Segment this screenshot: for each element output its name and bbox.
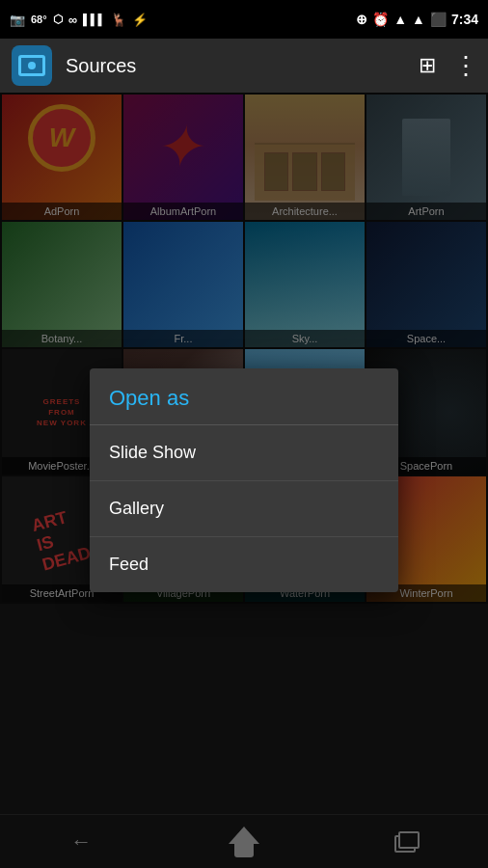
infinity-icon: ∞ [68, 13, 77, 27]
temp-icon: 68° [31, 14, 47, 25]
bluetooth-icon: ⊕ [356, 12, 367, 27]
camera-icon: 📷 [10, 13, 25, 27]
app-title: Sources [66, 55, 405, 77]
battery-icon: ⬛ [430, 12, 447, 27]
wifi-icon: ▲ [393, 12, 407, 27]
slideshow-option[interactable]: Slide Show [90, 425, 398, 481]
app-icon [12, 45, 52, 86]
status-bar: 📷 68° ⬡ ∞ ▌▌▌ 🦌 ⚡ ⊕ ⏰ ▲ ▲ ⬛ 7:34 [0, 0, 488, 39]
overflow-menu-button[interactable]: ⋮ [453, 51, 476, 81]
feed-option[interactable]: Feed [90, 537, 398, 592]
lightning-icon: ⚡ [132, 13, 148, 27]
cast-icon: ⬡ [53, 13, 63, 26]
app-bar-actions: ⊞ ⋮ [419, 51, 476, 81]
alarm-icon: ⏰ [372, 12, 389, 27]
deer-icon: 🦌 [111, 13, 126, 27]
status-icons-right: ⊕ ⏰ ▲ ▲ ⬛ 7:34 [356, 12, 478, 27]
camera-viewfinder-icon [18, 55, 45, 76]
barcode-icon: ▌▌▌ [83, 14, 105, 25]
time-display: 7:34 [451, 12, 478, 27]
gallery-option[interactable]: Gallery [90, 481, 398, 537]
dialog-title: Open as [90, 368, 398, 425]
modal-overlay[interactable]: Open as Slide Show Gallery Feed [0, 93, 488, 868]
app-bar: Sources ⊞ ⋮ [0, 39, 488, 93]
add-collection-button[interactable]: ⊞ [419, 53, 436, 78]
signal-icon: ▲ [412, 12, 425, 27]
open-as-dialog: Open as Slide Show Gallery Feed [90, 368, 398, 592]
status-icons-left: 📷 68° ⬡ ∞ ▌▌▌ 🦌 ⚡ [10, 13, 148, 27]
